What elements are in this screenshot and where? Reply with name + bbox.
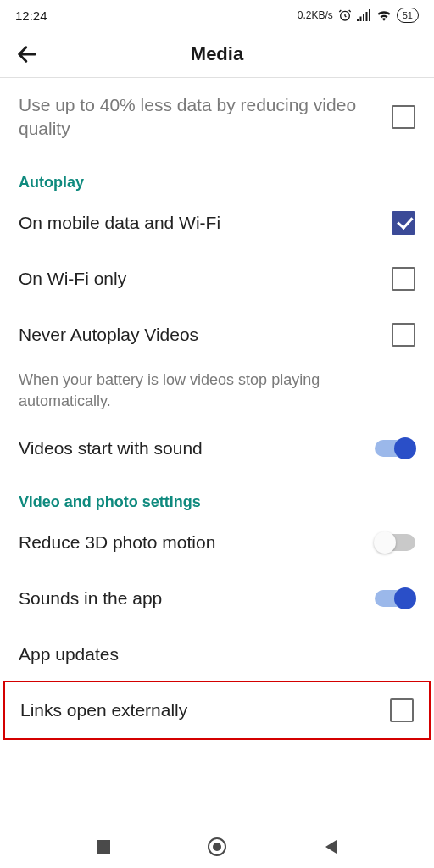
square-icon: [96, 839, 111, 854]
svg-rect-4: [365, 12, 367, 21]
label-reduce-3d: Reduce 3D photo motion: [19, 531, 375, 554]
svg-point-8: [213, 843, 221, 851]
row-links-external[interactable]: Links open externally: [5, 682, 429, 738]
row-data-saver[interactable]: Use up to 40% less data by reducing vide…: [0, 78, 434, 157]
checkbox-autoplay-mobile-wifi[interactable]: [392, 211, 415, 235]
label-autoplay-wifi-only: On Wi-Fi only: [19, 267, 392, 291]
svg-rect-5: [369, 9, 370, 21]
triangle-left-icon: [323, 838, 340, 855]
data-rate: 0.2KB/s: [298, 9, 333, 21]
toggle-sounds-app[interactable]: [375, 590, 415, 607]
app-header: Media: [0, 31, 434, 78]
svg-rect-6: [97, 840, 110, 854]
system-nav-bar: [0, 826, 434, 868]
checkbox-data-saver[interactable]: [392, 105, 415, 129]
settings-list: Use up to 40% less data by reducing vide…: [0, 78, 434, 787]
checkbox-autoplay-never[interactable]: [392, 323, 415, 347]
nav-back-button[interactable]: [320, 836, 342, 858]
row-app-updates[interactable]: App updates: [0, 626, 434, 682]
circle-icon: [207, 837, 227, 857]
label-autoplay-mobile-wifi: On mobile data and Wi-Fi: [19, 211, 392, 235]
svg-rect-1: [357, 19, 359, 21]
highlighted-row: Links open externally: [3, 681, 431, 740]
signal-icon: [357, 9, 371, 21]
toggle-videos-sound[interactable]: [375, 440, 415, 457]
label-app-updates: App updates: [19, 643, 415, 666]
nav-recent-button[interactable]: [92, 836, 114, 858]
label-data-saver: Use up to 40% less data by reducing vide…: [19, 93, 392, 142]
svg-rect-3: [363, 14, 364, 22]
section-video-photo: Video and photo settings: [0, 476, 434, 515]
back-button[interactable]: [12, 39, 42, 70]
row-autoplay-mobile-wifi[interactable]: On mobile data and Wi-Fi: [0, 195, 434, 251]
label-links-external: Links open externally: [20, 698, 390, 722]
checkbox-autoplay-wifi-only[interactable]: [392, 267, 415, 291]
status-time: 12:24: [15, 8, 47, 23]
status-right: 0.2KB/s 51: [298, 8, 419, 23]
nav-home-button[interactable]: [206, 836, 228, 858]
row-sounds-app[interactable]: Sounds in the app: [0, 570, 434, 626]
autoplay-help-text: When your battery is low videos stop pla…: [0, 363, 434, 420]
alarm-icon: [338, 8, 352, 22]
svg-rect-2: [359, 17, 361, 22]
row-autoplay-never[interactable]: Never Autoplay Videos: [0, 307, 434, 363]
row-reduce-3d[interactable]: Reduce 3D photo motion: [0, 515, 434, 570]
section-autoplay: Autoplay: [0, 157, 434, 195]
battery-indicator: 51: [397, 8, 419, 23]
row-videos-sound[interactable]: Videos start with sound: [0, 420, 434, 476]
row-autoplay-wifi-only[interactable]: On Wi-Fi only: [0, 251, 434, 307]
label-sounds-app: Sounds in the app: [19, 587, 375, 610]
wifi-icon: [376, 9, 392, 21]
toggle-reduce-3d[interactable]: [375, 534, 415, 551]
label-videos-sound: Videos start with sound: [19, 437, 375, 460]
page-title: Media: [42, 43, 392, 65]
arrow-left-icon: [15, 42, 39, 66]
label-autoplay-never: Never Autoplay Videos: [19, 323, 392, 347]
status-bar: 12:24 0.2KB/s 51: [0, 0, 434, 31]
checkbox-links-external[interactable]: [390, 698, 414, 722]
